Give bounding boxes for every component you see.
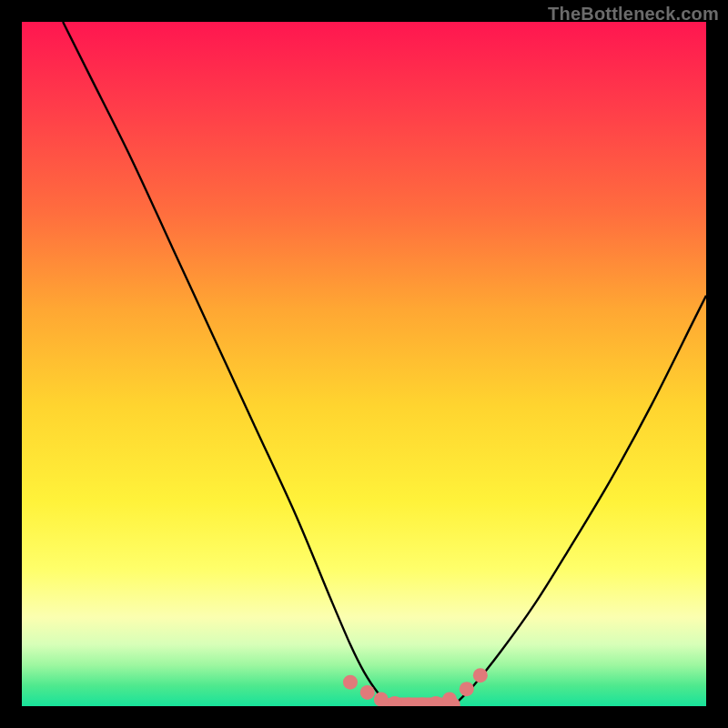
- watermark-text: TheBottleneck.com: [548, 4, 719, 25]
- chart-plot-area: [22, 22, 706, 706]
- chart-svg: [22, 22, 706, 706]
- valley-marker-dot: [343, 675, 358, 690]
- left-curve: [63, 22, 391, 706]
- valley-marker-dot: [442, 692, 457, 706]
- chart-frame: TheBottleneck.com: [0, 0, 728, 728]
- valley-marker-dot: [374, 692, 389, 706]
- valley-marker-dot: [360, 685, 375, 700]
- valley-marker-dot: [460, 682, 474, 696]
- valley-marker-dot: [473, 668, 488, 682]
- right-curve: [453, 296, 706, 706]
